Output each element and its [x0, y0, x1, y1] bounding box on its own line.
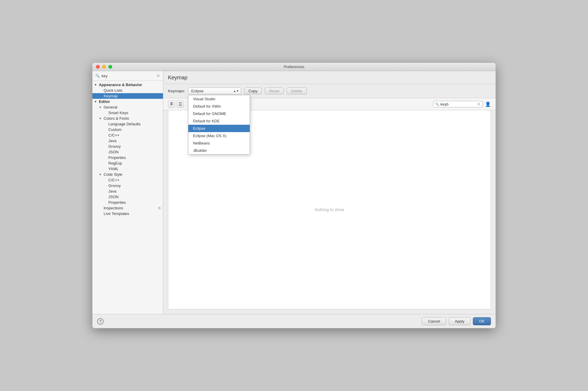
- triangle-icon: [95, 83, 98, 86]
- sidebar-item-label: Java: [108, 139, 161, 143]
- sidebar-item-label: Properties: [108, 155, 161, 160]
- main-content: 🔍 ✕ Appearance & Behavior Quick Lists Ke…: [92, 71, 496, 314]
- sidebar-item-custom[interactable]: Custom: [92, 127, 163, 132]
- collapse-all-button[interactable]: [177, 101, 184, 108]
- dropdown-item-default-xwin[interactable]: Default for XWin: [188, 103, 250, 110]
- triangle-icon: [99, 173, 103, 176]
- copy-icon: ⧉: [158, 206, 161, 210]
- sidebar-item-label: Custom: [108, 127, 161, 132]
- nothing-to-show-text: Nothing to show: [315, 207, 344, 212]
- sidebar-item-regexp[interactable]: RegExp: [92, 160, 163, 166]
- dropdown-item-eclipse-mac[interactable]: Eclipse (Mac OS X): [188, 132, 250, 139]
- sidebar-item-code-style-properties[interactable]: Properties: [92, 200, 163, 205]
- triangle-icon: [99, 117, 103, 120]
- sidebar-item-code-style-groovy[interactable]: Groovy: [92, 183, 163, 188]
- dropdown-item-jbuilder[interactable]: JBuilder: [188, 147, 250, 154]
- sidebar-item-label: Keymap: [104, 94, 161, 98]
- dropdown-item-eclipse[interactable]: Eclipse: [188, 125, 250, 132]
- window-title: Preferences: [284, 65, 304, 69]
- sidebar-search-input[interactable]: [102, 74, 155, 78]
- dropdown-item-visual-studio[interactable]: Visual Studio: [188, 95, 250, 103]
- ok-button[interactable]: OK: [473, 317, 491, 325]
- keymap-dropdown-menu: Visual Studio Default for XWin Default f…: [188, 95, 250, 155]
- sidebar-item-label: C/C++: [108, 178, 161, 182]
- search-filter-icon: 🔍: [435, 102, 439, 106]
- expand-all-button[interactable]: [168, 101, 175, 108]
- right-panel: Keymap Keymaps: Eclipse ▲▼ Visual Studio…: [163, 71, 496, 314]
- sidebar-item-json[interactable]: JSON: [92, 149, 163, 155]
- sidebar-item-code-style[interactable]: Code Style: [92, 172, 163, 177]
- sidebar-item-yaml[interactable]: YAML: [92, 166, 163, 172]
- keymaps-label: Keymaps:: [168, 89, 185, 93]
- sidebar-item-code-style-cpp[interactable]: C/C++: [92, 177, 163, 183]
- delete-button[interactable]: Delete: [287, 88, 307, 94]
- sidebar-item-code-style-json[interactable]: JSON: [92, 194, 163, 200]
- sidebar-item-label: Groovy: [108, 144, 161, 149]
- cancel-button[interactable]: Cancel: [422, 317, 446, 325]
- sidebar-item-label: Code Style: [104, 172, 161, 177]
- sidebar-item-editor[interactable]: Editor: [92, 99, 163, 104]
- expand-all-icon: [169, 102, 174, 106]
- sidebar-item-label: Java: [108, 189, 161, 193]
- sidebar-item-label: Live Templates: [104, 211, 161, 216]
- keymap-selected-value: Eclipse: [191, 89, 231, 93]
- sidebar-item-label: Language Defaults: [108, 122, 161, 126]
- sidebar-item-groovy[interactable]: Groovy: [92, 144, 163, 149]
- sidebar-item-smart-keys[interactable]: Smart Keys: [92, 110, 163, 116]
- window-controls: [96, 65, 112, 69]
- collapse-all-icon: [178, 102, 182, 106]
- sidebar-item-colors-fonts[interactable]: Colors & Fonts: [92, 116, 163, 121]
- page-title: Keymap: [168, 75, 187, 80]
- nav-tree: Appearance & Behavior Quick Lists Keymap…: [92, 81, 163, 314]
- sidebar-item-language-defaults[interactable]: Language Defaults: [92, 121, 163, 127]
- maximize-button[interactable]: [108, 65, 112, 69]
- preferences-window: Preferences 🔍 ✕ Appearance & Behavior Qu…: [92, 63, 496, 328]
- sidebar-item-inspections[interactable]: Inspections ⧉: [92, 205, 163, 211]
- keymap-dropdown-arrow: ▲▼: [233, 89, 239, 93]
- triangle-icon: [99, 106, 103, 109]
- triangle-icon: [95, 100, 98, 103]
- reset-button[interactable]: Reset: [265, 88, 284, 94]
- bottom-bar: ? Cancel Apply OK: [92, 314, 496, 328]
- keymap-search-input[interactable]: [440, 102, 476, 106]
- sidebar-item-label: Quick Lists: [104, 88, 161, 93]
- help-button[interactable]: ?: [97, 318, 104, 325]
- sidebar-item-label: Groovy: [108, 183, 161, 188]
- sidebar-item-label: Inspections: [104, 206, 157, 210]
- apply-button[interactable]: Apply: [449, 317, 471, 325]
- sidebar-item-label: YAML: [108, 167, 161, 171]
- panel-header: Keymap: [163, 71, 496, 84]
- search-icon: 🔍: [95, 74, 100, 78]
- dropdown-item-default-kde[interactable]: Default for KDE: [188, 117, 250, 125]
- sidebar-item-label: Smart Keys: [108, 111, 161, 115]
- sidebar-item-label: JSON: [108, 150, 161, 154]
- copy-button[interactable]: Copy: [244, 88, 262, 94]
- sidebar-item-java[interactable]: Java: [92, 138, 163, 144]
- sidebar-item-code-style-java[interactable]: Java: [92, 188, 163, 194]
- titlebar: Preferences: [92, 63, 496, 71]
- sidebar-item-label: Properties: [108, 200, 161, 205]
- keymap-select-trigger[interactable]: Eclipse ▲▼: [188, 88, 241, 94]
- sidebar-item-general[interactable]: General: [92, 104, 163, 110]
- person-icon[interactable]: 👤: [485, 101, 491, 107]
- sidebar-item-label: Editor: [99, 99, 161, 104]
- sidebar-item-properties[interactable]: Properties: [92, 155, 163, 160]
- sidebar-search-clear-icon[interactable]: ✕: [156, 73, 160, 78]
- keymap-search-wrapper: 🔍 ✕: [433, 101, 483, 107]
- sidebar: 🔍 ✕ Appearance & Behavior Quick Lists Ke…: [92, 71, 163, 314]
- sidebar-item-keymap[interactable]: Keymap: [92, 93, 163, 99]
- sidebar-item-label: Colors & Fonts: [104, 116, 161, 121]
- sidebar-item-label: General: [104, 105, 161, 109]
- sidebar-item-label: RegExp: [108, 161, 161, 165]
- minimize-button[interactable]: [102, 65, 106, 69]
- keymap-dropdown-container: Eclipse ▲▼ Visual Studio Default for XWi…: [188, 88, 241, 94]
- dropdown-item-netbeans[interactable]: NetBeans: [188, 139, 250, 147]
- sidebar-item-quick-lists[interactable]: Quick Lists: [92, 88, 163, 93]
- close-button[interactable]: [96, 65, 100, 69]
- sidebar-item-live-templates[interactable]: Live Templates: [92, 211, 163, 216]
- sidebar-item-appearance-behavior[interactable]: Appearance & Behavior: [92, 82, 163, 88]
- sidebar-item-cpp[interactable]: C/C++: [92, 132, 163, 138]
- dropdown-item-default-gnome[interactable]: Default for GNOME: [188, 110, 250, 117]
- sidebar-item-label: Appearance & Behavior: [99, 83, 161, 87]
- keymap-search-clear-icon[interactable]: ✕: [477, 102, 481, 106]
